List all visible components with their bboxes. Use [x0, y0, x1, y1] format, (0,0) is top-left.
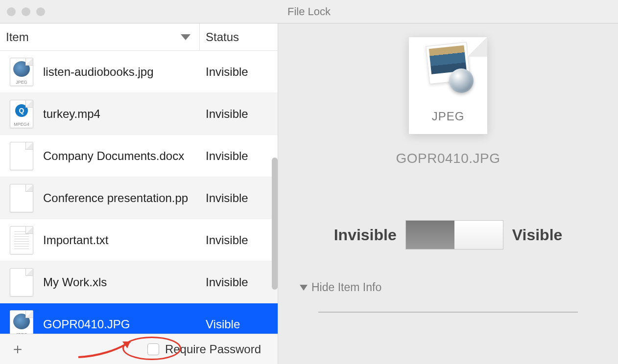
file-status: Invisible [200, 275, 278, 289]
file-status: Visible [200, 318, 278, 331]
table-row[interactable]: My Work.xls Invisible [0, 261, 278, 303]
file-list: JPEG listen-audiobooks.jpg Invisible MPE… [0, 51, 278, 334]
file-name: My Work.xls [43, 275, 200, 289]
visibility-toggle[interactable] [405, 220, 503, 250]
text-file-icon [10, 226, 33, 254]
require-password-checkbox[interactable]: Require Password [147, 342, 261, 356]
divider [318, 312, 578, 313]
visibility-toggle-row: Invisible Visible [334, 220, 563, 250]
file-name: Important.txt [43, 233, 200, 247]
zoom-window-button[interactable] [36, 7, 45, 16]
file-status: Invisible [200, 149, 278, 163]
preview-filename: GOPR0410.JPG [396, 151, 500, 166]
jpeg-file-icon: JPEG [10, 58, 33, 86]
jpeg-file-icon: JPEG [10, 310, 33, 334]
file-name: listen-audiobooks.jpg [43, 65, 200, 79]
toggle-invisible-label: Invisible [334, 226, 397, 244]
table-row[interactable]: Important.txt Invisible [0, 219, 278, 261]
minimize-window-button[interactable] [22, 7, 30, 16]
document-file-icon [10, 184, 33, 212]
file-status: Invisible [200, 233, 278, 247]
file-name: Company Documents.docx [43, 149, 200, 163]
titlebar: File Lock [0, 0, 618, 23]
file-preview-icon: JPEG [409, 37, 487, 134]
file-type-label: JPEG [432, 110, 465, 123]
video-file-icon: MPEG4 [10, 100, 33, 128]
toggle-invisible-side[interactable] [406, 221, 454, 249]
add-button[interactable]: ＋ [9, 341, 26, 358]
close-window-button[interactable] [7, 7, 16, 16]
status-column-label: Status [206, 30, 239, 44]
file-name: turkey.mp4 [43, 107, 200, 121]
scroll-thumb[interactable] [272, 158, 278, 290]
window-title: File Lock [287, 5, 331, 18]
document-file-icon [10, 142, 33, 170]
preview-panel: JPEG GOPR0410.JPG Invisible Visible Hide… [278, 23, 618, 364]
status-column-header[interactable]: Status [200, 30, 239, 44]
traffic-lights [7, 7, 45, 16]
loupe-icon [449, 68, 474, 93]
scrollbar[interactable] [272, 158, 278, 329]
item-column-label: Item [6, 30, 29, 44]
disclosure-triangle-icon [300, 285, 308, 291]
annotation-arrow-icon [73, 337, 137, 359]
table-row[interactable]: JPEG listen-audiobooks.jpg Invisible [0, 51, 278, 93]
require-password-label: Require Password [165, 342, 261, 356]
toggle-visible-label: Visible [512, 226, 563, 244]
file-name: GOPR0410.JPG [43, 318, 200, 331]
toggle-visible-side[interactable] [454, 221, 503, 249]
checkbox-box[interactable] [147, 343, 159, 355]
file-name: Conference presentation.pp [43, 191, 200, 205]
item-column-header[interactable]: Item [0, 23, 200, 50]
bottom-bar: ＋ Require Password [0, 334, 278, 364]
file-list-panel: Item Status JPEG listen-audiobooks.jpg I… [0, 23, 278, 364]
table-row[interactable]: JPEG GOPR0410.JPG Visible [0, 303, 278, 334]
svg-marker-0 [122, 341, 130, 348]
sort-chevron-icon [181, 34, 190, 40]
table-row[interactable]: Conference presentation.pp Invisible [0, 177, 278, 219]
file-status: Invisible [200, 191, 278, 205]
document-file-icon [10, 268, 33, 296]
hide-item-info-toggle[interactable]: Hide Item Info [300, 281, 381, 294]
column-headers: Item Status [0, 23, 278, 51]
hide-item-info-label: Hide Item Info [311, 281, 381, 294]
file-status: Invisible [200, 65, 278, 79]
table-row[interactable]: Company Documents.docx Invisible [0, 135, 278, 177]
file-status: Invisible [200, 107, 278, 121]
table-row[interactable]: MPEG4 turkey.mp4 Invisible [0, 93, 278, 135]
